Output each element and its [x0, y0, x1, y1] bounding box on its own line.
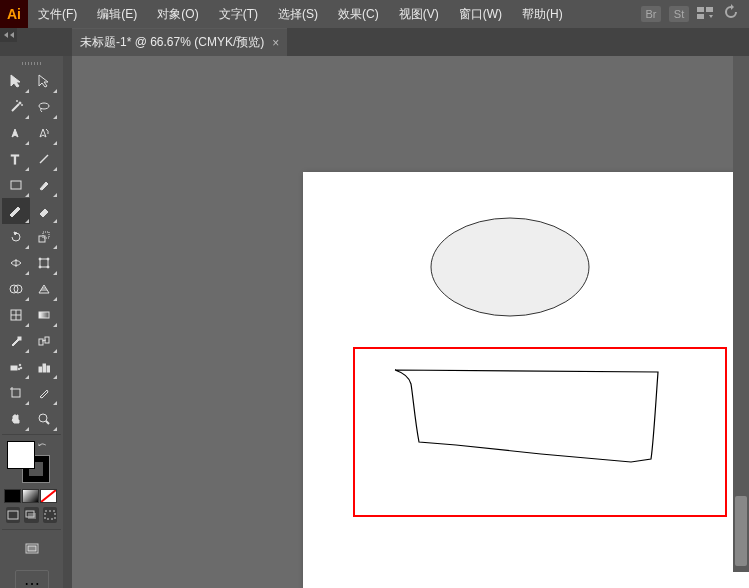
- menu-select[interactable]: 选择(S): [268, 0, 328, 28]
- svg-line-48: [41, 490, 56, 502]
- svg-rect-0: [697, 7, 704, 12]
- svg-rect-42: [47, 366, 50, 372]
- column-graph-tool[interactable]: [30, 354, 58, 380]
- lasso-tool[interactable]: [30, 94, 58, 120]
- bridge-icon[interactable]: Br: [641, 6, 661, 22]
- menu-object[interactable]: 对象(O): [147, 0, 208, 28]
- svg-rect-21: [40, 259, 48, 267]
- menu-edit[interactable]: 编辑(E): [87, 0, 147, 28]
- svg-rect-36: [11, 366, 17, 370]
- svg-rect-15: [11, 181, 21, 189]
- menubar-right: Br St: [641, 4, 749, 24]
- app-logo-icon: Ai: [0, 0, 28, 28]
- svg-rect-50: [28, 513, 36, 519]
- rectangle-tool[interactable]: [2, 172, 30, 198]
- menu-file[interactable]: 文件(F): [28, 0, 87, 28]
- magic-wand-tool[interactable]: [2, 94, 30, 120]
- line-segment-tool[interactable]: [30, 146, 58, 172]
- svg-point-25: [47, 266, 49, 268]
- draw-mode-row: [2, 503, 61, 527]
- ellipse-shape[interactable]: [429, 216, 591, 318]
- blend-tool[interactable]: [30, 328, 58, 354]
- color-gradient[interactable]: [22, 489, 39, 503]
- shape-builder-tool[interactable]: [2, 276, 30, 302]
- hand-tool[interactable]: [2, 406, 30, 432]
- menu-help[interactable]: 帮助(H): [512, 0, 573, 28]
- menu-effect[interactable]: 效果(C): [328, 0, 389, 28]
- svg-rect-18: [39, 236, 45, 242]
- eyedropper-tool[interactable]: [2, 328, 30, 354]
- svg-rect-19: [43, 232, 49, 238]
- mesh-tool[interactable]: [2, 302, 30, 328]
- vertical-scroll-thumb[interactable]: [735, 496, 747, 566]
- zoom-tool[interactable]: [30, 406, 58, 432]
- toolbox-grip[interactable]: [2, 58, 61, 68]
- menu-bar: Ai 文件(F) 编辑(E) 对象(O) 文字(T) 选择(S) 效果(C) 视…: [0, 0, 749, 28]
- symbol-sprayer-tool[interactable]: [2, 354, 30, 380]
- sync-icon[interactable]: [723, 4, 739, 24]
- draw-behind-icon[interactable]: [24, 507, 38, 523]
- svg-rect-54: [28, 546, 36, 551]
- svg-marker-4: [4, 32, 8, 38]
- stock-icon[interactable]: St: [669, 6, 689, 22]
- canvas-area[interactable]: [72, 56, 749, 588]
- color-none[interactable]: [40, 489, 57, 503]
- draw-normal-icon[interactable]: [6, 507, 20, 523]
- menu-window[interactable]: 窗口(W): [449, 0, 512, 28]
- rotate-tool[interactable]: [2, 224, 30, 250]
- pen-tool[interactable]: [2, 120, 30, 146]
- scale-tool[interactable]: [30, 224, 58, 250]
- color-solid[interactable]: [4, 489, 21, 503]
- eraser-tool[interactable]: [30, 198, 58, 224]
- svg-point-46: [39, 414, 47, 422]
- svg-marker-7: [39, 75, 48, 87]
- svg-point-9: [19, 102, 21, 104]
- pencil-smooth-tool[interactable]: [2, 198, 30, 224]
- svg-marker-6: [11, 75, 20, 87]
- document-tab-bar: 未标题-1* @ 66.67% (CMYK/预览) ×: [0, 28, 749, 56]
- menu-view[interactable]: 视图(V): [389, 0, 449, 28]
- vertical-scrollbar[interactable]: [733, 56, 749, 572]
- document-tab[interactable]: 未标题-1* @ 66.67% (CMYK/预览) ×: [72, 28, 287, 56]
- panel-collapse-toggle[interactable]: [0, 28, 17, 42]
- svg-line-8: [12, 104, 19, 111]
- paintbrush-tool[interactable]: [30, 172, 58, 198]
- svg-point-11: [22, 105, 23, 106]
- slice-tool[interactable]: [30, 380, 58, 406]
- edit-toolbar-button[interactable]: ⋯: [15, 570, 49, 588]
- swap-fill-stroke-icon[interactable]: ⤺: [38, 439, 46, 450]
- direct-selection-tool[interactable]: [30, 68, 58, 94]
- width-tool[interactable]: [2, 250, 30, 276]
- draw-inside-icon[interactable]: [43, 507, 57, 523]
- menu-type[interactable]: 文字(T): [209, 0, 268, 28]
- svg-marker-3: [709, 15, 713, 18]
- svg-point-55: [431, 218, 589, 316]
- artboard-tool[interactable]: [2, 380, 30, 406]
- svg-point-24: [39, 266, 41, 268]
- svg-rect-2: [697, 14, 704, 19]
- svg-marker-17: [14, 232, 17, 235]
- fill-swatch[interactable]: [7, 441, 35, 469]
- tab-close-button[interactable]: ×: [272, 36, 279, 50]
- color-mode-row: [2, 489, 61, 503]
- svg-line-14: [40, 155, 48, 163]
- toolbox: T ⤺: [0, 56, 63, 588]
- type-tool[interactable]: T: [2, 146, 30, 172]
- curvature-tool[interactable]: [30, 120, 58, 146]
- svg-point-37: [19, 364, 21, 366]
- perspective-grid-tool[interactable]: [30, 276, 58, 302]
- svg-point-39: [18, 368, 20, 370]
- svg-rect-40: [39, 367, 42, 372]
- svg-rect-33: [39, 339, 43, 345]
- svg-rect-32: [18, 337, 21, 340]
- svg-rect-1: [706, 7, 713, 12]
- screen-mode-tool[interactable]: [18, 536, 46, 562]
- selection-tool[interactable]: [2, 68, 30, 94]
- svg-rect-43: [12, 389, 20, 397]
- workspace-switcher-icon[interactable]: [697, 5, 715, 23]
- fill-stroke-swatch[interactable]: ⤺: [4, 439, 59, 485]
- gradient-tool[interactable]: [30, 302, 58, 328]
- svg-point-38: [20, 367, 22, 369]
- free-transform-tool[interactable]: [30, 250, 58, 276]
- svg-line-47: [46, 421, 49, 424]
